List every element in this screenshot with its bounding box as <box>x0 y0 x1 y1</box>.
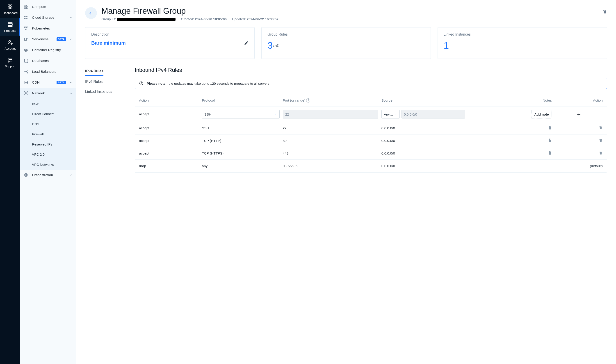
serverless-icon <box>24 37 29 42</box>
sidebar-item-serverless[interactable]: Serverless BETA <box>20 34 76 45</box>
rules-denom: /50 <box>273 43 279 48</box>
source-type-select[interactable]: Any… <box>381 110 400 118</box>
col-port: Port (or range) ? <box>283 98 378 103</box>
description-value: Bare minimum <box>91 40 126 46</box>
sidebar-item-compute[interactable]: Compute <box>20 1 76 12</box>
sidebar-subitem-firewall[interactable]: Firewall <box>20 129 76 139</box>
port-input[interactable]: 22 <box>283 110 378 118</box>
svg-point-20 <box>26 18 28 19</box>
help-icon[interactable]: ? <box>306 98 310 103</box>
note-button[interactable] <box>548 126 552 130</box>
new-rule-action: accept <box>139 112 199 116</box>
sidebar-item-kubernetes[interactable]: Kubernetes <box>20 23 76 34</box>
sidebar-label: Cloud Storage <box>32 15 66 20</box>
svg-rect-13 <box>24 5 26 6</box>
edit-description-button[interactable] <box>244 41 249 45</box>
created-value: 2024-06-20 18:05:06 <box>195 17 227 21</box>
sidebar-label: Kubernetes <box>32 26 72 30</box>
rail-item-products[interactable]: Products <box>0 18 20 36</box>
table-row: accept TCP (HTTP) 80 0.0.0.0/0 <box>135 134 607 147</box>
svg-point-36 <box>27 91 28 92</box>
svg-rect-27 <box>26 49 28 51</box>
sidebar-item-load-balancers[interactable]: Load Balancers <box>20 66 76 77</box>
rail-item-dashboard[interactable]: Dashboard <box>0 0 20 18</box>
kubernetes-icon <box>24 26 29 31</box>
note-icon <box>548 138 552 142</box>
sidebar-item-network[interactable]: Network <box>20 88 76 99</box>
rail-item-account[interactable]: Account <box>0 36 20 53</box>
sidebar-subitem-direct-connect[interactable]: Direct Connect <box>20 109 76 119</box>
source-value-input[interactable]: 0.0.0.0/0 <box>402 110 465 118</box>
sidebar-subitem-bgp[interactable]: BGP <box>20 99 76 109</box>
note-button[interactable] <box>548 138 552 142</box>
table-row: accept SSH 22 0.0.0.0/0 <box>135 122 607 134</box>
svg-rect-22 <box>26 27 28 28</box>
main-content: Manage Firewall Group Group ID: Created:… <box>76 0 616 364</box>
svg-point-25 <box>27 38 28 39</box>
trash-icon <box>599 138 603 142</box>
col-source: Source <box>381 98 465 103</box>
cell-source: 0.0.0.0/0 <box>381 126 465 130</box>
add-note-button[interactable]: Add note <box>531 110 552 118</box>
sidebar-subitem-dns[interactable]: DNS <box>20 119 76 129</box>
sidebar-label: Load Balancers <box>32 70 72 74</box>
dashboard-icon <box>7 4 13 10</box>
svg-point-10 <box>9 59 10 60</box>
note-icon <box>548 151 552 155</box>
svg-rect-21 <box>25 27 26 28</box>
note-button[interactable] <box>548 151 552 155</box>
cell-protocol: TCP (HTTPS) <box>202 151 280 156</box>
sidebar-label: Serverless <box>32 37 52 41</box>
delete-rule-button[interactable] <box>599 138 603 142</box>
sidebar-subitem-vpc-2[interactable]: VPC 2.0 <box>20 149 76 159</box>
info-icon <box>139 81 144 86</box>
notice-bold: Please note: <box>147 81 167 85</box>
svg-point-7 <box>9 40 11 42</box>
chevron-up-icon <box>69 92 72 95</box>
svg-point-43 <box>141 82 142 83</box>
sidebar-label: Network <box>32 91 66 95</box>
card-title: Linked Instances <box>444 32 601 37</box>
rules-heading: Inbound IPv4 Rules <box>135 67 607 73</box>
chevron-down-icon <box>394 113 397 116</box>
container-registry-icon <box>24 47 29 53</box>
sidebar-item-cdn[interactable]: CDN BETA <box>20 77 76 88</box>
card-description: Description Bare minimum <box>85 27 255 59</box>
svg-point-35 <box>24 91 25 92</box>
cell-port: 22 <box>283 126 378 130</box>
support-icon <box>7 57 13 63</box>
protocol-select[interactable]: SSH <box>202 110 280 118</box>
note-icon <box>548 126 552 130</box>
load-balancer-icon <box>24 69 29 74</box>
svg-point-9 <box>12 43 12 44</box>
sidebar-subitem-vpc-networks[interactable]: VPC Networks <box>20 159 76 169</box>
back-button[interactable] <box>85 7 97 19</box>
sidebar-subitem-reserved-ips[interactable]: Reserved IPs <box>20 139 76 149</box>
network-icon <box>24 91 29 96</box>
page-title: Manage Firewall Group <box>101 6 598 16</box>
svg-point-37 <box>24 94 25 95</box>
subtab-ipv6-rules[interactable]: IPv6 Rules <box>85 78 126 87</box>
svg-point-19 <box>25 18 26 19</box>
rail-item-support[interactable]: Support <box>0 53 20 71</box>
sidebar-item-orchestration[interactable]: Orchestration <box>20 169 76 181</box>
subtab-ipv4-rules[interactable]: IPv4 Rules <box>85 67 104 76</box>
header-meta: Group ID: Created: 2024-06-20 18:05:06 U… <box>101 17 598 21</box>
delete-group-button[interactable] <box>603 6 607 14</box>
delete-rule-button[interactable] <box>599 151 603 155</box>
svg-point-29 <box>25 59 28 60</box>
rail-label: Products <box>4 29 16 32</box>
updated-label: Updated: <box>232 17 246 21</box>
sidebar-label: Databases <box>32 59 72 63</box>
sidebar-item-container-registry[interactable]: Container Registry <box>20 45 76 55</box>
cell-protocol: any <box>202 164 280 168</box>
group-id-value-redacted <box>117 18 175 21</box>
sidebar-item-databases[interactable]: Databases <box>20 55 76 66</box>
add-rule-button[interactable]: ＋ <box>555 110 603 118</box>
compute-icon <box>24 4 29 10</box>
card-linked-instances: Linked Instances 1 <box>438 27 607 59</box>
subtab-linked-instances[interactable]: Linked Instances <box>85 87 126 96</box>
delete-rule-button[interactable] <box>599 126 603 130</box>
table-header: Action Protocol Port (or range) ? Source… <box>135 94 607 107</box>
sidebar-item-cloud-storage[interactable]: Cloud Storage <box>20 12 76 23</box>
